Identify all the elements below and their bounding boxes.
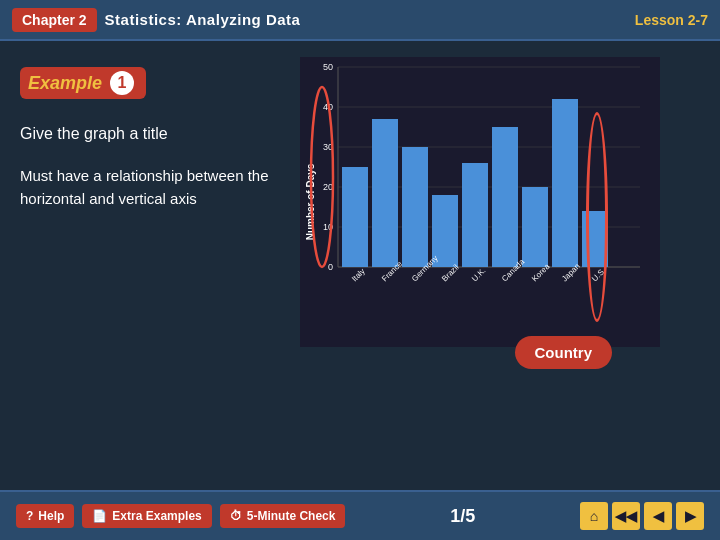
country-label-badge: Country: [515, 336, 613, 369]
help-button[interactable]: ? Help: [16, 504, 74, 528]
chapter-badge: Chapter 2: [12, 8, 97, 32]
extra-icon: 📄: [92, 509, 107, 523]
back-back-button[interactable]: ◀◀: [612, 502, 640, 530]
example-badge: Example 1: [20, 67, 146, 99]
extra-label: Extra Examples: [112, 509, 201, 523]
extra-examples-button[interactable]: 📄 Extra Examples: [82, 504, 211, 528]
footer: ? Help 📄 Extra Examples ⏱ 5-Minute Check…: [0, 490, 720, 540]
check-icon: ⏱: [230, 509, 242, 523]
right-panel: Number of Days 0 10 20 30 40 50: [300, 57, 700, 474]
svg-rect-21: [492, 127, 518, 267]
svg-text:50: 50: [323, 62, 333, 72]
main-content: Example 1 Give the graph a title Must ha…: [0, 41, 720, 490]
five-minute-check-button[interactable]: ⏱ 5-Minute Check: [220, 504, 346, 528]
svg-text:20: 20: [323, 182, 333, 192]
svg-rect-16: [342, 167, 368, 267]
left-panel: Example 1 Give the graph a title Must ha…: [20, 57, 280, 474]
example-label: Example: [28, 73, 102, 94]
instruction-line2: Must have a relationship between the hor…: [20, 165, 280, 210]
svg-rect-17: [372, 119, 398, 267]
page-indicator: 1/5: [450, 506, 475, 527]
help-icon: ?: [26, 509, 33, 523]
svg-rect-19: [432, 195, 458, 267]
forward-button[interactable]: ▶: [676, 502, 704, 530]
header-left: Chapter 2 Statistics: Analyzing Data: [12, 8, 300, 32]
svg-rect-23: [552, 99, 578, 267]
help-label: Help: [38, 509, 64, 523]
svg-rect-24: [582, 211, 608, 267]
svg-text:0: 0: [328, 262, 333, 272]
back-button[interactable]: ◀: [644, 502, 672, 530]
header: Chapter 2 Statistics: Analyzing Data Les…: [0, 0, 720, 41]
example-number: 1: [110, 71, 134, 95]
five-min-label: 5-Minute Check: [247, 509, 336, 523]
svg-rect-18: [402, 147, 428, 267]
home-button[interactable]: ⌂: [580, 502, 608, 530]
svg-rect-20: [462, 163, 488, 267]
main-page: Chapter 2 Statistics: Analyzing Data Les…: [0, 0, 720, 540]
header-title: Statistics: Analyzing Data: [105, 11, 301, 28]
instruction-line1: Give the graph a title: [20, 123, 280, 145]
nav-buttons: ⌂ ◀◀ ◀ ▶: [580, 502, 704, 530]
svg-rect-22: [522, 187, 548, 267]
lesson-badge: Lesson 2-7: [635, 12, 708, 28]
bar-chart: Number of Days 0 10 20 30 40 50: [300, 57, 660, 347]
footer-buttons: ? Help 📄 Extra Examples ⏱ 5-Minute Check: [16, 504, 345, 528]
